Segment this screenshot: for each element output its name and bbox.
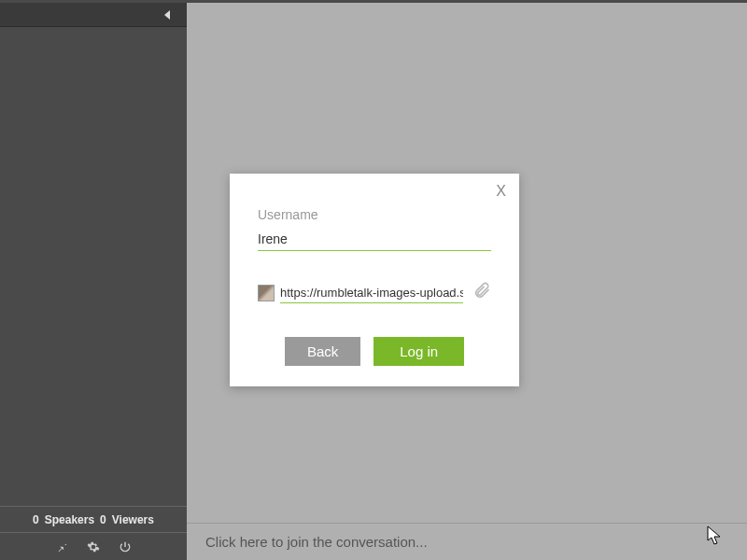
join-conversation-bar[interactable]: Click here to join the conversation...	[187, 523, 747, 560]
avatar-url-input[interactable]	[280, 283, 463, 303]
close-button[interactable]: X	[496, 183, 506, 200]
login-button[interactable]: Log in	[374, 337, 464, 366]
sidebar-body	[0, 27, 187, 506]
sidebar-footer	[0, 532, 187, 560]
join-prompt-text: Click here to join the conversation...	[205, 534, 428, 550]
collapse-left-icon	[164, 10, 170, 20]
viewers-label: Viewers	[112, 513, 154, 526]
attachment-icon[interactable]	[472, 281, 491, 305]
sidebar-header[interactable]	[0, 3, 187, 27]
speakers-count: 0	[33, 513, 39, 526]
pin-icon[interactable]	[54, 539, 69, 554]
username-input[interactable]	[258, 228, 491, 251]
username-label: Username	[258, 207, 491, 222]
viewers-count: 0	[100, 513, 106, 526]
login-modal: X Username Back Log in	[230, 174, 519, 386]
avatar-url-row	[258, 281, 491, 305]
power-icon[interactable]	[118, 539, 133, 554]
avatar-thumbnail	[258, 285, 275, 301]
sidebar: 0 Speakers 0 Viewers	[0, 3, 187, 560]
gear-icon[interactable]	[86, 539, 101, 554]
back-button[interactable]: Back	[285, 337, 360, 366]
modal-buttons: Back Log in	[258, 337, 491, 366]
speakers-label: Speakers	[45, 513, 94, 526]
sidebar-stats: 0 Speakers 0 Viewers	[0, 506, 187, 532]
